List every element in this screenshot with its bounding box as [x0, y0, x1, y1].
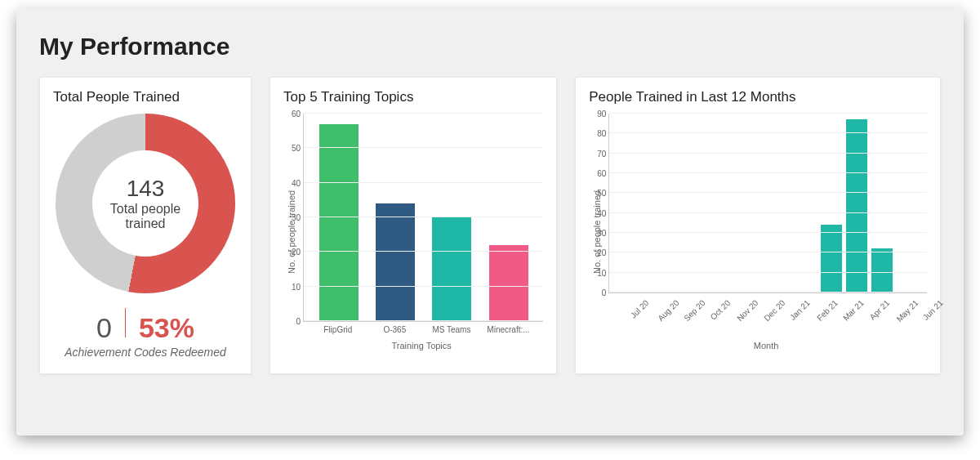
- gridline: [609, 192, 927, 193]
- xtick: FlipGrid: [310, 325, 367, 334]
- bar: [871, 248, 893, 293]
- topics-xlabel: Training Topics: [300, 341, 543, 351]
- ytick: 10: [281, 282, 301, 291]
- xtick: Apr 21: [867, 298, 891, 322]
- xtick: May 21: [895, 298, 920, 324]
- gridline: [609, 272, 927, 273]
- bar: [489, 245, 528, 321]
- ytick: 70: [586, 149, 606, 158]
- gridline: [609, 232, 927, 233]
- topics-chart: No. of people trained 0102030405060 Flip…: [283, 114, 543, 351]
- gridline: [304, 286, 543, 287]
- xtick: Minecraft:...: [480, 325, 537, 334]
- total-people-trained-card: Total People Trained 143 Total people tr…: [39, 77, 252, 374]
- gridline: [304, 182, 543, 183]
- xtick: Oct 20: [709, 298, 733, 322]
- cards-row: Total People Trained 143 Total people tr…: [39, 77, 941, 374]
- xtick: Sep 20: [683, 298, 707, 323]
- donut-label: Total people trained: [92, 202, 198, 230]
- topics-grid: 0102030405060: [303, 114, 543, 322]
- monthly-plot: 0102030405060708090 Jul 20Aug 20Sep 20Oc…: [605, 114, 927, 351]
- topics-plot: 0102030405060 FlipGridO-365MS TeamsMinec…: [300, 114, 543, 351]
- gridline: [609, 132, 927, 133]
- xtick: Feb 21: [815, 298, 840, 323]
- bar: [319, 124, 359, 321]
- xtick: MS Teams: [423, 325, 480, 334]
- ytick: 20: [586, 248, 606, 257]
- donut-number: 143: [127, 176, 165, 202]
- ytick: 40: [586, 208, 606, 217]
- ytick: 10: [586, 268, 606, 277]
- stats-subtitle: Achievement Codes Redeemed: [53, 346, 238, 359]
- gridline: [609, 153, 927, 154]
- monthly-xticks: Jul 20Aug 20Sep 20Oct 20Nov 20Dec 20Jan …: [608, 293, 927, 334]
- ytick: 20: [281, 248, 301, 257]
- gridline: [609, 252, 927, 252]
- gridline: [304, 147, 543, 148]
- redeemed-percent: 53%: [139, 312, 194, 344]
- topics-xticks: FlipGridO-365MS TeamsMinecraft:...: [303, 325, 543, 334]
- ytick: 50: [586, 189, 606, 198]
- ytick: 0: [586, 288, 606, 297]
- monthly-xlabel: Month: [605, 341, 927, 351]
- gridline: [609, 292, 927, 293]
- redeemed-count: 0: [96, 312, 112, 344]
- card-title-monthly: People Trained in Last 12 Months: [589, 89, 927, 105]
- gridline: [304, 113, 543, 114]
- ytick: 0: [281, 317, 301, 326]
- dashboard-panel: My Performance Total People Trained 143 …: [16, 8, 964, 435]
- bar: [432, 217, 471, 321]
- bar: [376, 203, 415, 321]
- gridline: [609, 113, 927, 114]
- monthly-card: People Trained in Last 12 Months No. of …: [575, 77, 941, 374]
- xtick: Dec 20: [762, 298, 786, 323]
- ytick: 40: [281, 178, 301, 187]
- donut-chart: 143 Total people trained: [56, 114, 235, 293]
- bar: [846, 119, 867, 293]
- monthly-bars: [609, 114, 927, 293]
- monthly-chart: No. of people trained 010203040506070809…: [589, 114, 927, 351]
- gridline: [304, 217, 543, 217]
- monthly-grid: 0102030405060708090: [608, 114, 927, 293]
- topics-bars: [304, 114, 543, 321]
- xtick: Jul 20: [628, 298, 650, 320]
- page-title: My Performance: [39, 33, 941, 60]
- xtick: Aug 20: [656, 298, 680, 323]
- ytick: 60: [586, 169, 606, 178]
- gridline: [609, 212, 927, 213]
- ytick: 60: [281, 109, 301, 118]
- xtick: Mar 21: [841, 298, 866, 323]
- ytick: 50: [281, 144, 301, 153]
- ytick: 30: [586, 229, 606, 238]
- xtick: Jun 21: [921, 298, 945, 322]
- xtick: Jan 21: [788, 298, 812, 322]
- gridline: [304, 320, 543, 321]
- xtick: Nov 20: [736, 298, 760, 323]
- top-topics-card: Top 5 Training Topics No. of people trai…: [270, 77, 557, 374]
- gridline: [609, 172, 927, 173]
- stat-divider: [125, 308, 126, 337]
- card-title-donut: Total People Trained: [53, 89, 238, 105]
- ytick: 30: [281, 213, 301, 222]
- donut-center: 143 Total people trained: [92, 150, 198, 257]
- stats-row: 0 53%: [53, 308, 238, 344]
- bar: [821, 225, 842, 293]
- ytick: 90: [586, 109, 606, 118]
- ytick: 80: [586, 129, 606, 138]
- gridline: [304, 251, 543, 252]
- card-title-topics: Top 5 Training Topics: [283, 89, 543, 105]
- xtick: O-365: [367, 325, 424, 334]
